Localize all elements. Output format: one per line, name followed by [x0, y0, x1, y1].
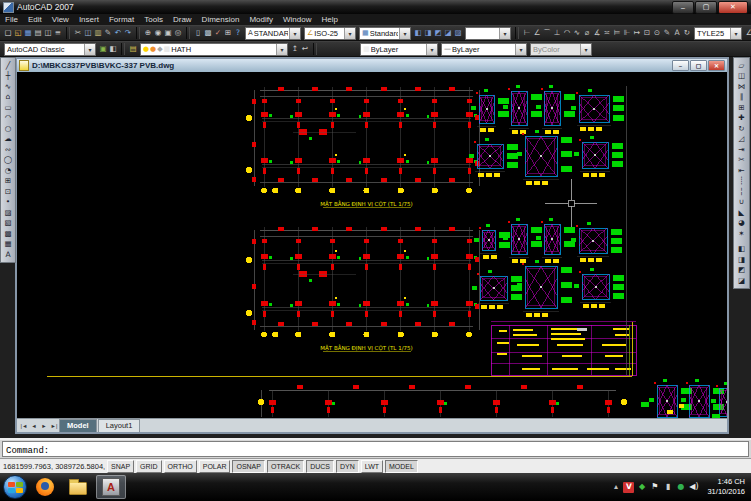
menu-insert[interactable]: Insert [74, 15, 104, 24]
mtext-icon[interactable]: A [2, 249, 14, 260]
polyline-icon[interactable]: ∿ [2, 81, 14, 92]
menu-window[interactable]: Window [278, 15, 316, 24]
match-properties-icon[interactable]: ✎ [103, 27, 113, 40]
hidden-icons-icon[interactable]: ▴ [610, 482, 621, 493]
move-icon[interactable]: ✚ [736, 113, 748, 124]
gradient-icon[interactable]: ▧ [2, 218, 14, 229]
tab-layout1[interactable]: Layout1 [98, 419, 141, 432]
dim-angular-icon[interactable]: ∡ [592, 27, 602, 40]
plot-preview-icon[interactable]: ◫ [43, 27, 53, 40]
menu-help[interactable]: Help [316, 15, 342, 24]
offset-icon[interactable]: ∥ [736, 92, 748, 103]
layer-properties-icon[interactable]: ▤ [128, 43, 138, 56]
power-icon[interactable]: ▮ [662, 482, 673, 493]
pan-icon[interactable]: ⊕ [143, 27, 153, 40]
rotate-icon[interactable]: ↻ [736, 123, 748, 134]
menu-edit[interactable]: Edit [23, 15, 47, 24]
layer-off-icon[interactable]: ◩ [433, 27, 443, 40]
cut-icon[interactable]: ✂ [73, 27, 83, 40]
doc-restore-button[interactable]: ▢ [690, 60, 707, 71]
table-icon[interactable]: ▦ [2, 239, 14, 250]
layer-combo[interactable]: ●●◆■HATH▾ [140, 43, 288, 56]
ime-icon[interactable]: ◆ [636, 482, 647, 493]
table-style-combo[interactable]: ▦Standard▾ [359, 27, 411, 40]
toggle-model[interactable]: MODEL [385, 460, 418, 473]
save-icon[interactable]: ▦ [23, 27, 33, 40]
menu-format[interactable]: Format [104, 15, 139, 24]
tab-nav-button[interactable]: ►| [49, 423, 59, 429]
ellipse-arc-icon[interactable]: ◔ [2, 165, 14, 176]
menu-modify[interactable]: Modify [244, 15, 278, 24]
make-object-layer-current-icon[interactable]: ↥ [290, 43, 300, 56]
toggle-ortho[interactable]: ORTHO [164, 460, 197, 473]
open-icon[interactable]: ◱ [13, 27, 23, 40]
document-titlebar[interactable]: D:\MBKC337PVB\BVKC-337 PVB.dwg – ▢ ✕ [17, 59, 727, 72]
taskbar-clock[interactable]: 1:46 CH 31/10/2016 [701, 477, 748, 497]
zoom-window-icon[interactable]: ▣ [163, 27, 173, 40]
explode-icon[interactable]: ✶ [736, 228, 748, 239]
taskbar-app-explorer[interactable] [63, 475, 93, 499]
toggle-osnap[interactable]: OSNAP [232, 460, 265, 473]
menu-dimension[interactable]: Dimension [197, 15, 245, 24]
region-icon[interactable]: ▩ [2, 228, 14, 239]
qnew-icon[interactable]: ▢ [3, 27, 13, 40]
arc-icon[interactable]: ◠ [2, 113, 14, 124]
plot-style-combo[interactable]: ByColor▾ [530, 43, 592, 56]
toggle-polar[interactable]: POLAR [199, 460, 231, 473]
ellipse-icon[interactable]: ◯ [2, 155, 14, 166]
dim-baseline-icon[interactable]: ⊨ [612, 27, 622, 40]
dim-arc-icon[interactable]: ⌒ [542, 27, 552, 40]
plot-icon[interactable]: ▤ [33, 27, 43, 40]
dim-style-combo[interactable]: ∠ISO-25▾ [304, 27, 356, 40]
dim-update-icon[interactable]: ↻ [682, 27, 692, 40]
paste-icon[interactable]: ▥ [93, 27, 103, 40]
fillet-icon[interactable]: ◕ [736, 218, 748, 229]
tolerance-icon[interactable]: ⊡ [642, 27, 652, 40]
maximize-button[interactable]: ▢ [695, 1, 717, 14]
draworder-under-icon[interactable]: ◪ [736, 275, 748, 286]
revcloud-icon[interactable]: ☁ [2, 134, 14, 145]
dim-jogged-icon[interactable]: ∿ [572, 27, 582, 40]
make-block-icon[interactable]: ⊡ [2, 186, 14, 197]
polygon-icon[interactable]: ⌂ [2, 92, 14, 103]
toggle-lwt[interactable]: LWT [361, 460, 383, 473]
construction-line-icon[interactable]: ┼ [2, 71, 14, 82]
zoom-realtime-icon[interactable]: ◉ [153, 27, 163, 40]
erase-icon[interactable]: ▱ [736, 60, 748, 71]
command-window[interactable]: Command: [0, 438, 751, 458]
dim-style-manager-icon[interactable]: ∠ [744, 27, 751, 40]
toggle-dyn[interactable]: DYN [336, 460, 359, 473]
unikey-icon[interactable]: V [623, 482, 634, 493]
layer-lock-icon[interactable]: ▨ [453, 27, 463, 40]
extend-icon[interactable]: ⇤ [736, 165, 748, 176]
unnamed-combo[interactable]: ▾ [465, 27, 511, 40]
dim-linear-icon[interactable]: ⊢ [522, 27, 532, 40]
copy-icon[interactable]: ◫ [83, 27, 93, 40]
line-icon[interactable]: ╱ [2, 60, 14, 71]
join-icon[interactable]: ∪ [736, 197, 748, 208]
tab-nav-button[interactable]: ► [39, 423, 49, 429]
chamfer-icon[interactable]: ◣ [736, 207, 748, 218]
trim-icon[interactable]: ✂ [736, 155, 748, 166]
quickcalc-icon[interactable]: ⊞ [223, 27, 233, 40]
tab-nav-button[interactable]: ◄ [29, 423, 39, 429]
tool-palettes-icon[interactable]: ▯ [193, 27, 203, 40]
mirror-icon[interactable]: ⋈ [736, 81, 748, 92]
scale-icon[interactable]: ◿ [736, 134, 748, 145]
tab-nav-button[interactable]: |◄ [19, 423, 29, 429]
point-icon[interactable]: • [2, 197, 14, 208]
drawing-canvas[interactable]: MẶT BẰNG ĐỊNH VỊ CỘT (TL 1/75)MẶT BẰNG Đ… [17, 72, 727, 418]
dim-style-combo-2[interactable]: TYLE25▾ [694, 27, 742, 40]
minimize-button[interactable]: – [672, 1, 694, 14]
menu-tools[interactable]: Tools [139, 15, 168, 24]
tab-model[interactable]: Model [59, 419, 97, 432]
break-at-point-icon[interactable]: ┊ [736, 176, 748, 187]
toggle-grid[interactable]: GRID [136, 460, 162, 473]
center-mark-icon[interactable]: ⊙ [652, 27, 662, 40]
hatch-icon[interactable]: ▨ [2, 207, 14, 218]
layer-states-icon[interactable]: ◧ [413, 27, 423, 40]
doc-minimize-button[interactable]: – [672, 60, 689, 71]
dim-continue-icon[interactable]: ⊩ [622, 27, 632, 40]
rectangle-icon[interactable]: ▭ [2, 102, 14, 113]
dim-aligned-icon[interactable]: ∠ [532, 27, 542, 40]
